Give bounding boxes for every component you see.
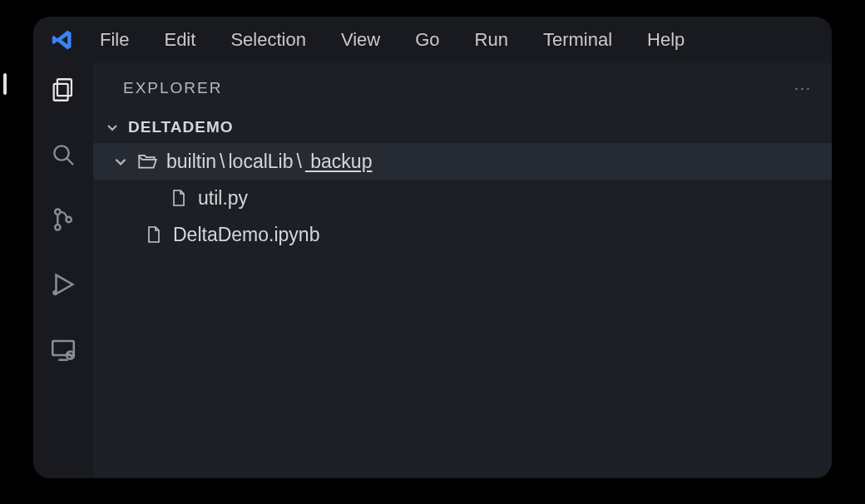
svg-point-5	[55, 225, 60, 230]
svg-point-4	[55, 209, 60, 214]
text-cursor	[3, 73, 7, 95]
activity-bar	[33, 63, 93, 478]
folder-open-icon	[136, 151, 158, 172]
workspace-section-header[interactable]: DELTADEMO	[93, 113, 832, 141]
sourcecontrol-icon[interactable]	[48, 205, 78, 235]
svg-rect-9	[52, 341, 74, 355]
svg-rect-1	[54, 84, 68, 101]
chevron-down-icon	[105, 120, 120, 135]
explorer-header: EXPLORER ···	[93, 63, 832, 113]
folder-row-backup[interactable]: builtin\localLib\ backup	[93, 143, 832, 180]
file-tree: builtin\localLib\ backup util.py DeltaDe…	[93, 141, 832, 253]
menu-view[interactable]: View	[329, 24, 392, 56]
svg-point-2	[54, 146, 68, 160]
search-icon[interactable]	[48, 140, 78, 170]
menu-run[interactable]: Run	[463, 24, 520, 56]
svg-marker-7	[57, 275, 73, 294]
file-row-deltademo[interactable]: DeltaDemo.ipynb	[93, 216, 832, 253]
menu-terminal[interactable]: Terminal	[531, 24, 624, 56]
run-debug-icon[interactable]	[48, 269, 78, 299]
svg-line-3	[67, 159, 73, 165]
menu-help[interactable]: Help	[635, 24, 696, 56]
file-icon	[168, 187, 190, 209]
folder-path-label: builtin\localLib\ backup	[166, 151, 372, 173]
file-row-util[interactable]: util.py	[93, 180, 832, 216]
workspace-name: DELTADEMO	[128, 118, 234, 136]
menu-file[interactable]: File	[88, 24, 141, 56]
explorer-icon[interactable]	[48, 75, 78, 105]
remote-icon[interactable]	[48, 334, 78, 364]
menubar: File Edit Selection View Go Run Terminal…	[33, 17, 832, 63]
chevron-down-icon	[113, 154, 128, 169]
file-icon	[143, 224, 165, 245]
menu-selection[interactable]: Selection	[219, 24, 318, 56]
svg-point-8	[52, 290, 57, 295]
file-name: DeltaDemo.ipynb	[173, 224, 319, 246]
main-area: EXPLORER ··· DELTADEMO	[33, 63, 832, 478]
file-name: util.py	[198, 187, 248, 210]
explorer-sidebar: EXPLORER ··· DELTADEMO	[93, 63, 832, 478]
explorer-title: EXPLORER	[123, 79, 222, 97]
vscode-logo-icon	[48, 28, 77, 52]
menu-go[interactable]: Go	[403, 24, 451, 56]
svg-rect-0	[57, 79, 72, 96]
vscode-window: File Edit Selection View Go Run Terminal…	[33, 17, 832, 478]
menu-edit[interactable]: Edit	[152, 24, 207, 56]
explorer-more-icon[interactable]: ···	[794, 80, 812, 97]
